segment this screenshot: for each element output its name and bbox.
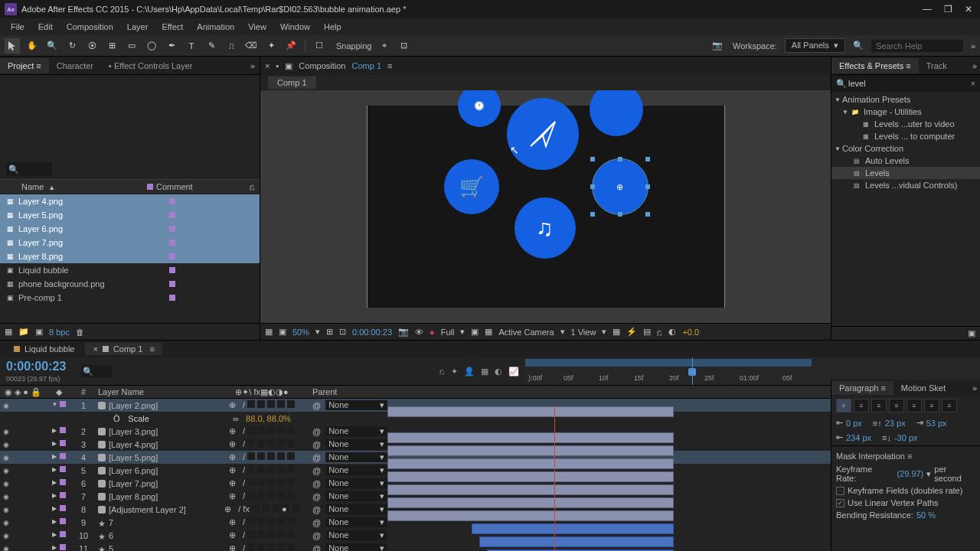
effects-tree[interactable]: ▼Animation Presets ▼📁Image - Utilities ▦… — [831, 92, 980, 326]
snap-checkbox[interactable]: ☐ — [312, 38, 327, 54]
project-column-header[interactable]: Name▲ Comment ⎌ — [0, 179, 260, 194]
layer-duration-bar[interactable] — [479, 536, 674, 547]
roi-icon[interactable]: ▣ — [471, 327, 479, 337]
visibility-toggle[interactable]: ◉ — [3, 428, 12, 435]
para-overflow-icon[interactable]: » — [969, 383, 980, 393]
mag-ratio-icon[interactable]: ▣ — [279, 327, 286, 337]
tree-levels-computer[interactable]: ▦Levels ... to computer — [831, 130, 980, 142]
align-right-icon[interactable]: ≡ — [871, 399, 887, 412]
composition-viewer[interactable]: 🕐 🛒 ⊕ ♫ ↖ — [260, 90, 831, 323]
twirl-icon[interactable]: ▶ — [52, 544, 57, 552]
panel-menu-icon[interactable]: » — [971, 41, 975, 51]
maximize-button[interactable]: ❐ — [944, 4, 952, 15]
transparency-icon[interactable]: ▦ — [485, 327, 492, 337]
pickwhip-icon[interactable]: @ — [312, 531, 321, 540]
layer-duration-bar[interactable] — [387, 406, 674, 417]
search-help-input[interactable] — [871, 40, 963, 52]
twirl-icon[interactable]: ▼ — [52, 401, 58, 410]
grid-icon[interactable]: ⊡ — [339, 327, 346, 337]
comp-mini-flow-icon[interactable]: ⎌ — [439, 367, 445, 376]
align-center-icon[interactable]: ≡ — [854, 399, 869, 412]
menu-view[interactable]: View — [242, 21, 273, 33]
project-item-list[interactable]: ▦Layer 4.png▦Layer 5.png▦Layer 6.png▦Lay… — [0, 194, 260, 323]
project-item[interactable]: ▣Pre-comp 1 — [0, 291, 260, 305]
tab-character[interactable]: Character — [49, 58, 101, 73]
clone-tool-icon[interactable]: ⎍ — [224, 38, 239, 54]
clear-search-icon[interactable]: × — [971, 79, 975, 88]
hand-tool-icon[interactable]: ✋ — [24, 38, 40, 54]
visibility-toggle[interactable]: ◉ — [3, 519, 12, 527]
motion-blur-icon[interactable]: ◐ — [495, 367, 502, 377]
pickwhip-icon[interactable]: @ — [312, 505, 321, 514]
twirl-icon[interactable]: ▶ — [52, 440, 57, 449]
layer-duration-bar[interactable] — [387, 445, 674, 456]
camera-dropdown[interactable]: Active Camera — [498, 328, 554, 337]
label-color[interactable] — [60, 518, 66, 524]
justify-all-icon[interactable]: ≡ — [942, 399, 957, 412]
layer-name[interactable]: [Layer 7.png] — [109, 479, 158, 488]
visibility-toggle[interactable]: ◉ — [3, 506, 12, 514]
bpc-toggle[interactable]: 8 bpc — [49, 328, 70, 337]
project-item[interactable]: ▦Layer 8.png — [0, 249, 260, 263]
tab-motion-sketch[interactable]: Motion Sket — [893, 381, 953, 395]
playhead[interactable] — [692, 357, 693, 385]
bubble-partial[interactable] — [590, 90, 643, 136]
visibility-toggle[interactable]: ◉ — [3, 532, 12, 540]
delete-icon[interactable]: 🗑 — [76, 328, 84, 337]
view-dropdown[interactable]: 1 View — [571, 328, 596, 337]
switches-area[interactable]: ⊕ / — [229, 530, 245, 540]
bubble-cart[interactable]: 🛒 — [444, 159, 499, 214]
menu-layer[interactable]: Layer — [121, 21, 155, 33]
timeline-tab-liquid[interactable]: Liquid bubble — [6, 343, 82, 355]
graph-editor-icon[interactable]: 📈 — [508, 367, 519, 377]
label-color[interactable] — [60, 479, 66, 485]
parent-dropdown[interactable]: None▾ — [325, 478, 387, 488]
switches-area[interactable]: ⊕ / fx — [224, 504, 250, 514]
panel-overflow-icon[interactable]: » — [246, 61, 260, 70]
new-bin-icon[interactable]: ▣ — [968, 328, 975, 338]
project-item[interactable]: ▦Layer 4.png — [0, 194, 260, 208]
label-color[interactable] — [60, 531, 66, 537]
switches-area[interactable]: ⊕ / — [229, 400, 245, 410]
exposure-value[interactable]: +0.0 — [682, 328, 699, 337]
timeline-tab-comp1[interactable]: ×Comp 1 ≡ — [85, 343, 162, 355]
menu-composition[interactable]: Composition — [60, 21, 119, 33]
space-after-value[interactable]: -30 px — [894, 433, 918, 442]
menu-animation[interactable]: Animation — [191, 21, 240, 33]
scale-value[interactable]: 88.0, 88.0% — [246, 414, 291, 423]
layer-search-input[interactable] — [81, 365, 112, 377]
parent-dropdown[interactable]: None▾ — [325, 439, 387, 449]
switches-area[interactable]: ⊕ / — [229, 426, 245, 436]
bubble-send[interactable] — [507, 98, 579, 170]
bubble-clock[interactable]: 🕐 — [458, 90, 501, 127]
pickwhip-icon[interactable]: @ — [312, 401, 321, 410]
parent-dropdown[interactable]: None▾ — [325, 530, 387, 540]
current-time-display[interactable]: 0:00:00:23 — [6, 360, 66, 373]
pickwhip-icon[interactable]: @ — [312, 544, 321, 552]
rotation-tool-icon[interactable]: ↻ — [64, 38, 80, 54]
tree-levels-controls[interactable]: ▤Levels ...vidual Controls) — [831, 179, 980, 191]
twirl-icon[interactable]: ▶ — [52, 492, 57, 501]
twirl-icon[interactable]: ▶ — [52, 531, 57, 540]
pickwhip-icon[interactable]: @ — [312, 492, 321, 501]
cc-sync-icon[interactable]: 📷 — [710, 38, 725, 54]
fast-preview-icon[interactable]: ⚡ — [626, 327, 637, 337]
comp-link-icon[interactable]: ▣ — [285, 61, 292, 71]
tree-auto-levels[interactable]: ▤Auto Levels — [831, 155, 980, 167]
label-color[interactable] — [169, 198, 175, 204]
label-color[interactable] — [60, 505, 66, 511]
menu-edit[interactable]: Edit — [32, 21, 59, 33]
zoom-tool-icon[interactable]: 🔍 — [44, 38, 60, 54]
parent-dropdown[interactable]: None▾ — [325, 426, 387, 436]
indent-right-value[interactable]: 53 px — [926, 419, 947, 428]
tree-animation-presets[interactable]: ▼Animation Presets — [831, 93, 980, 106]
workspace-dropdown[interactable]: All Panels ▾ — [785, 38, 845, 53]
parent-dropdown[interactable]: None▾ — [325, 543, 387, 551]
frame-blend-icon[interactable]: ▦ — [481, 367, 488, 377]
pan-behind-tool-icon[interactable]: ⊞ — [104, 38, 119, 54]
selection-tool-icon[interactable] — [5, 38, 20, 54]
tree-color-correction[interactable]: ▼Color Correction — [831, 142, 980, 155]
layer-duration-bar[interactable] — [387, 471, 674, 482]
parent-dropdown[interactable]: None▾ — [325, 517, 387, 527]
sort-asc-icon[interactable]: ▲ — [48, 184, 55, 191]
